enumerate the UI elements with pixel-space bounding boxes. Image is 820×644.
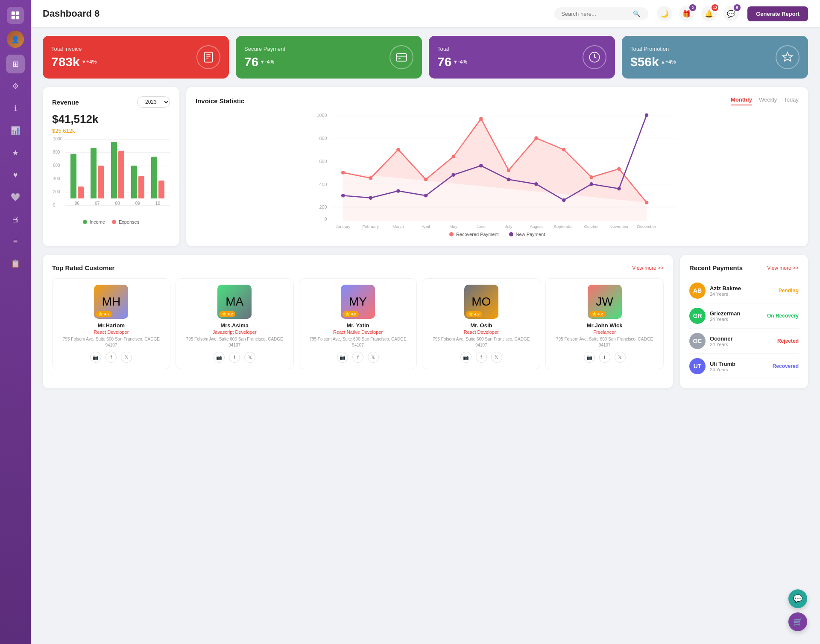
sidebar-item-print[interactable]: 🖨: [6, 210, 25, 229]
facebook-icon[interactable]: f: [352, 352, 363, 363]
expense-bar: [158, 181, 164, 198]
sidebar-item-menu[interactable]: ≡: [6, 232, 25, 251]
stat-icon-invoice: [196, 45, 220, 69]
svg-rect-4: [205, 52, 213, 62]
tab-today[interactable]: Today: [784, 96, 799, 105]
stat-label-total: Total: [437, 46, 467, 52]
generate-report-button[interactable]: Generate Report: [747, 6, 808, 21]
facebook-icon[interactable]: f: [105, 352, 117, 363]
twitter-icon[interactable]: 𝕏: [491, 352, 502, 363]
facebook-icon[interactable]: f: [476, 352, 487, 363]
bar-group: 08: [109, 139, 125, 206]
customer-item: MO ⭐ 4.2 Mr. Osib React Developer 795 Fo…: [422, 278, 540, 369]
income-bar: [131, 166, 137, 198]
expense-bar: [138, 176, 144, 198]
sidebar-item-dashboard[interactable]: ⊞: [6, 55, 25, 73]
payment-info: Aziz Bakree 24 Years: [710, 285, 774, 297]
twitter-icon[interactable]: 𝕏: [121, 352, 132, 363]
instagram-icon[interactable]: 📷: [90, 352, 101, 363]
payment-age: 24 Years: [710, 342, 773, 347]
sidebar-item-docs[interactable]: 📋: [6, 254, 25, 273]
payment-item: UT Uli Trumb 24 Years Recovered: [689, 354, 799, 379]
customer-social: 📷 f 𝕏: [427, 352, 536, 363]
customer-card-header: Top Rated Customer View more >>: [52, 264, 664, 271]
chat-button[interactable]: 💬 5: [723, 6, 739, 21]
invoice-statistic-card: Invoice Statistic Monthly Weekly Today: [186, 87, 808, 246]
instagram-icon[interactable]: 📷: [460, 352, 472, 363]
svg-point-32: [589, 175, 593, 179]
sidebar-item-liked[interactable]: ♥: [6, 166, 25, 184]
svg-text:April: April: [422, 224, 430, 229]
bar-group: 07: [89, 139, 105, 206]
customer-item: MY ⭐ 4.2 Mr. Yatin React Native Develope…: [299, 278, 417, 369]
svg-point-36: [369, 196, 373, 200]
svg-rect-0: [12, 12, 15, 15]
expense-bar: [118, 151, 124, 198]
twitter-icon[interactable]: 𝕏: [368, 352, 379, 363]
sidebar: 👤 ⊞ ⚙ ℹ 📊 ★ ♥ 🤍 🖨 ≡ 📋: [0, 0, 31, 644]
cart-button[interactable]: 🛒: [788, 612, 807, 631]
recovered-payment-dot: [449, 232, 454, 236]
customers-grid: MH ⭐ 4.2 Mr.Hariom React Developer 795 F…: [52, 278, 664, 369]
notification-button[interactable]: 🔔 12: [701, 6, 717, 21]
bar-label: 10: [155, 201, 160, 206]
search-input[interactable]: [561, 11, 630, 17]
twitter-icon[interactable]: 𝕏: [615, 352, 626, 363]
svg-point-35: [341, 194, 345, 198]
svg-text:400: 400: [319, 182, 327, 187]
twitter-icon[interactable]: 𝕏: [244, 352, 255, 363]
dark-mode-toggle[interactable]: 🌙: [657, 6, 672, 21]
payment-info: Griezerman 24 Years: [710, 310, 763, 322]
bottom-row: Top Rated Customer View more >> MH ⭐ 4.2…: [43, 255, 808, 388]
facebook-icon[interactable]: f: [229, 352, 240, 363]
new-payment-legend: New Payment: [509, 232, 545, 237]
stat-card-promotion: Total Promotion $56k ▴ +4%: [622, 36, 808, 79]
svg-rect-2: [12, 16, 15, 19]
svg-point-39: [451, 173, 455, 177]
expense-bar: [78, 186, 84, 198]
bar-group: 09: [130, 139, 146, 206]
stat-card-secure-payment: Secure Payment 76 ▾ -4%: [236, 36, 422, 79]
svg-point-29: [507, 169, 511, 172]
sidebar-item-settings[interactable]: ⚙: [6, 77, 25, 96]
instagram-icon[interactable]: 📷: [214, 352, 225, 363]
payment-avatar: OC: [689, 333, 706, 349]
support-button[interactable]: 💬: [788, 589, 807, 608]
sidebar-item-analytics[interactable]: 📊: [6, 121, 25, 140]
svg-text:800: 800: [319, 136, 327, 141]
search-bar[interactable]: 🔍: [554, 7, 648, 20]
payment-item: AB Aziz Bakree 24 Years Pending: [689, 278, 799, 303]
svg-point-28: [479, 117, 483, 121]
income-bar: [70, 154, 76, 198]
tab-monthly[interactable]: Monthly: [731, 96, 752, 105]
stat-label-secure: Secure Payment: [244, 46, 285, 52]
avatar[interactable]: 👤: [7, 31, 24, 48]
invoice-legend: Recovered Payment New Payment: [196, 232, 799, 237]
customers-view-more[interactable]: View more >>: [632, 265, 664, 271]
customer-item: JW ⭐ 4.2 Mr.John Wick Freelancer 795 Fol…: [545, 278, 664, 369]
year-select[interactable]: 2023 2022 2021: [137, 96, 170, 108]
svg-text:600: 600: [319, 159, 327, 164]
gift-button[interactable]: 🎁 2: [679, 6, 694, 21]
sidebar-item-favorites[interactable]: ★: [6, 143, 25, 162]
instagram-icon[interactable]: 📷: [584, 352, 595, 363]
facebook-icon[interactable]: f: [599, 352, 610, 363]
svg-point-30: [534, 136, 538, 140]
sidebar-logo[interactable]: [7, 7, 24, 24]
customer-photo: MH ⭐ 4.2: [94, 285, 128, 319]
payment-name: Uli Trumb: [710, 361, 768, 367]
bar-label: 09: [135, 201, 140, 206]
income-bar: [151, 157, 157, 198]
payments-view-more[interactable]: View more >>: [767, 265, 799, 271]
sidebar-item-saved[interactable]: 🤍: [6, 188, 25, 207]
customer-address: 795 Folsom Ave, Suite 600 San Francisco,…: [550, 336, 659, 348]
instagram-icon[interactable]: 📷: [337, 352, 348, 363]
tab-weekly[interactable]: Weekly: [759, 96, 777, 105]
page-content: Total invoice 783k ▾ +4% Secure Payment …: [31, 27, 820, 644]
floating-buttons: 💬 🛒: [788, 589, 807, 631]
invoice-tabs: Monthly Weekly Today: [731, 96, 799, 105]
sidebar-item-info[interactable]: ℹ: [6, 99, 25, 118]
payment-name: Aziz Bakree: [710, 285, 774, 291]
svg-rect-3: [16, 16, 19, 19]
bar-label: 08: [115, 201, 120, 206]
